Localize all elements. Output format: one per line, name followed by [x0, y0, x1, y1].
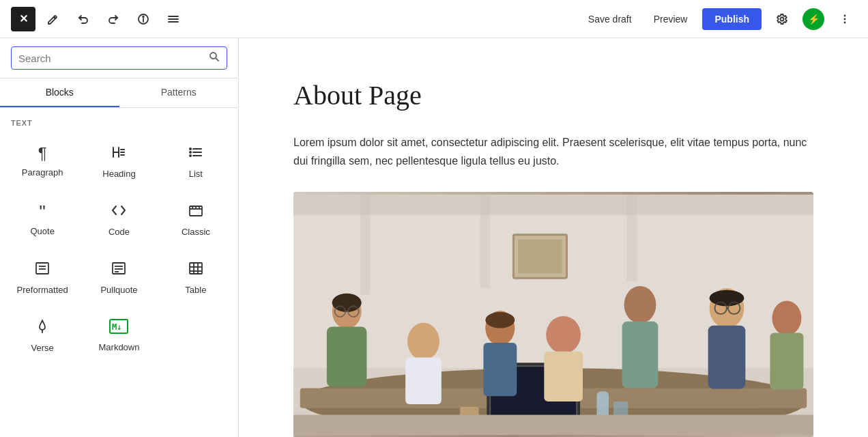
block-quote[interactable]: " Quote — [5, 191, 79, 246]
block-list[interactable]: List — [159, 132, 233, 188]
main-layout: Blocks Patterns TEXT ¶ Paragraph — [0, 38, 868, 437]
code-icon — [111, 202, 127, 221]
page-title: About Page — [293, 79, 813, 111]
info-button[interactable] — [131, 7, 156, 31]
svg-rect-72 — [708, 326, 746, 389]
svg-rect-51 — [626, 195, 637, 282]
svg-rect-68 — [544, 352, 583, 401]
svg-point-69 — [624, 286, 656, 324]
topbar-left: ✕ — [11, 7, 186, 31]
more-options-button[interactable] — [833, 7, 857, 31]
tab-blocks[interactable]: Blocks — [0, 79, 119, 107]
markdown-icon: M↓ — [109, 319, 128, 337]
block-label-table: Table — [185, 285, 206, 295]
redo-button[interactable] — [101, 7, 126, 31]
svg-rect-47 — [518, 240, 562, 274]
block-classic[interactable]: Classic — [159, 191, 233, 246]
svg-rect-66 — [483, 343, 517, 396]
svg-point-77 — [485, 312, 515, 328]
page-body: Lorem ipsum dolor sit amet, consectetur … — [293, 133, 813, 170]
svg-point-7 — [844, 14, 846, 16]
search-input[interactable] — [18, 53, 203, 64]
table-icon — [188, 260, 204, 279]
sidebar: Blocks Patterns TEXT ¶ Paragraph — [0, 38, 239, 437]
svg-point-2 — [143, 16, 144, 17]
svg-point-9 — [844, 21, 846, 23]
svg-point-67 — [546, 316, 581, 354]
block-code[interactable]: Code — [82, 191, 156, 246]
svg-point-19 — [190, 152, 191, 153]
block-label-markdown: Markdown — [99, 342, 140, 352]
svg-rect-48 — [293, 195, 813, 215]
svg-rect-84 — [293, 415, 813, 435]
edit-icon-button[interactable] — [41, 7, 66, 31]
content-area: About Page Lorem ipsum dolor sit amet, c… — [239, 38, 868, 437]
block-label-classic: Classic — [182, 227, 210, 237]
svg-point-18 — [190, 148, 191, 150]
block-label-preformatted: Preformatted — [17, 285, 68, 295]
block-label-list: List — [189, 169, 203, 179]
block-pullquote[interactable]: Pullquote — [82, 249, 156, 304]
svg-rect-64 — [405, 358, 442, 404]
block-label-verse: Verse — [31, 343, 54, 353]
page-image — [293, 192, 813, 437]
svg-rect-50 — [480, 195, 491, 289]
block-label-code: Code — [108, 227, 130, 237]
preformatted-icon — [34, 260, 50, 279]
verse-icon — [34, 318, 50, 337]
preview-button[interactable]: Preview — [647, 10, 695, 29]
paragraph-icon: ¶ — [38, 145, 47, 162]
svg-point-20 — [190, 155, 191, 156]
sidebar-tabs: Blocks Patterns — [0, 79, 238, 108]
blocks-grid: ¶ Paragraph Heading — [0, 132, 238, 373]
search-box — [11, 46, 227, 70]
section-label-text: TEXT — [0, 108, 238, 132]
block-preformatted[interactable]: Preformatted — [5, 249, 79, 304]
settings-button[interactable] — [770, 7, 794, 31]
image-placeholder — [293, 192, 813, 437]
svg-rect-49 — [360, 195, 371, 296]
search-icon — [209, 51, 220, 65]
block-paragraph[interactable]: ¶ Paragraph — [5, 132, 79, 188]
tab-patterns[interactable]: Patterns — [119, 79, 239, 107]
svg-rect-70 — [622, 322, 659, 389]
svg-rect-33 — [190, 263, 202, 274]
list-view-button[interactable] — [161, 7, 186, 31]
heading-icon — [111, 144, 127, 163]
list-icon — [188, 144, 204, 163]
svg-point-63 — [407, 323, 439, 361]
block-label-pullquote: Pullquote — [100, 285, 137, 295]
svg-rect-74 — [770, 333, 804, 390]
classic-icon — [188, 202, 204, 221]
block-label-quote: Quote — [30, 226, 54, 236]
close-button[interactable]: ✕ — [11, 7, 35, 31]
svg-text:M↓: M↓ — [112, 322, 121, 332]
block-label-paragraph: Paragraph — [22, 167, 63, 178]
svg-point-8 — [844, 18, 846, 20]
block-heading[interactable]: Heading — [82, 132, 156, 188]
svg-point-75 — [332, 294, 362, 312]
svg-rect-62 — [327, 327, 367, 387]
block-label-heading: Heading — [102, 169, 135, 179]
svg-point-6 — [781, 17, 784, 20]
topbar: ✕ — [0, 0, 868, 38]
publish-button[interactable]: Publish — [702, 8, 762, 30]
quote-icon: " — [40, 203, 46, 221]
block-verse[interactable]: Verse — [5, 307, 79, 362]
undo-button[interactable] — [71, 7, 96, 31]
svg-rect-26 — [36, 263, 48, 274]
block-markdown[interactable]: M↓ Markdown — [82, 307, 156, 362]
save-draft-button[interactable]: Save draft — [581, 10, 639, 29]
pullquote-icon — [111, 260, 127, 279]
svg-line-11 — [216, 58, 218, 61]
topbar-right: Save draft Preview Publish ⚡ — [581, 7, 857, 31]
search-section — [0, 38, 238, 79]
block-table[interactable]: Table — [159, 249, 233, 304]
svg-point-73 — [772, 301, 801, 336]
avatar[interactable]: ⚡ — [802, 8, 824, 30]
